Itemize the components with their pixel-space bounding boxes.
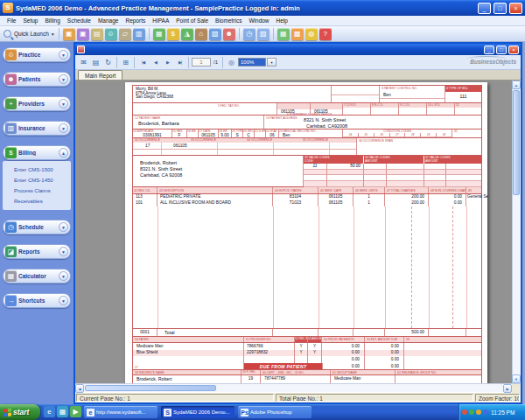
tray-icon[interactable] xyxy=(462,410,467,415)
export-button[interactable]: ✉ xyxy=(78,57,89,68)
menu-point-of-sale[interactable]: Point of Sale xyxy=(172,17,212,24)
taskbar-item-browser[interactable]: e http://www.sydasoft... xyxy=(84,406,158,418)
sidebar-item-providers[interactable]: +Providers▼ xyxy=(3,96,71,111)
refresh-button[interactable]: ↻ xyxy=(102,57,114,68)
menu-file[interactable]: File xyxy=(4,17,19,24)
vertical-scroll-thumb[interactable] xyxy=(513,90,520,195)
menu-setup[interactable]: Setup xyxy=(19,17,41,24)
minimize-button[interactable]: _ xyxy=(484,46,494,54)
last-page-button[interactable]: ▶| xyxy=(174,57,186,68)
group-tree-toggle-button[interactable]: ⊞ xyxy=(120,57,131,68)
chevron-down-icon[interactable]: ▼ xyxy=(59,247,68,256)
sidebar-item-receivables[interactable]: Receivables xyxy=(14,196,71,206)
id-card-icon[interactable]: ▤ xyxy=(91,28,103,40)
zoom-combobox[interactable]: 100% xyxy=(238,58,266,66)
menu-billing[interactable]: Billing xyxy=(41,17,63,24)
person-red-icon[interactable]: ☻ xyxy=(223,28,235,40)
lock-icon[interactable]: ◍ xyxy=(305,28,318,40)
sidebar-item-enter-cms-1450[interactable]: Enter CMS-1450 xyxy=(14,175,71,186)
ie-icon[interactable]: e xyxy=(44,406,55,417)
desktop-icon[interactable]: ▦ xyxy=(57,406,68,417)
chevron-down-icon[interactable]: ▼ xyxy=(59,271,68,281)
help-icon[interactable]: ? xyxy=(319,28,332,40)
menu-hipaa[interactable]: HIPAA xyxy=(149,17,172,24)
chevron-down-icon[interactable]: ▼ xyxy=(59,123,68,133)
folder-practice-icon[interactable]: ▣ xyxy=(63,28,75,40)
menu-window[interactable]: Window xyxy=(245,17,272,24)
sidebar-item-schedule[interactable]: ◷Schedule▼ xyxy=(3,220,71,234)
monitor-green-icon[interactable]: ▦ xyxy=(153,28,165,40)
chevron-up-icon[interactable]: ▲ xyxy=(59,148,68,158)
menu-help[interactable]: Help xyxy=(273,17,291,24)
cd-schedule-icon[interactable]: ◷ xyxy=(243,28,256,40)
media-icon[interactable]: ▶ xyxy=(70,406,81,417)
find-patient-icon[interactable]: ☺ xyxy=(105,28,117,40)
vertical-scrollbar[interactable]: ▲ ▼ xyxy=(512,80,521,383)
tray-icon[interactable] xyxy=(469,410,474,415)
bar-chart-icon[interactable]: ▦ xyxy=(277,28,290,40)
quick-launch-dropdown-icon[interactable]: ▼ xyxy=(51,32,55,37)
minimize-button[interactable]: _ xyxy=(478,3,491,14)
maximize-button[interactable]: □ xyxy=(496,46,507,54)
sidebar-item-shortcuts[interactable]: →Shortcuts▼ xyxy=(3,293,71,308)
folder-records-icon[interactable]: ▣ xyxy=(77,28,89,40)
chevron-down-icon[interactable]: ▼ xyxy=(59,50,68,60)
print-button[interactable]: ▤ xyxy=(90,57,102,68)
menu-manage[interactable]: Manage xyxy=(94,17,122,24)
taskbar-item-sydamed[interactable]: S SydaMED 2006 Demo... xyxy=(161,406,234,418)
form-row-occurrence: 32 OCCURRENCE 33 OCCURRENCE 34 OCCURRENC… xyxy=(133,138,481,156)
chevron-down-icon[interactable]: ▼ xyxy=(59,74,68,84)
previous-page-button[interactable]: ◀ xyxy=(150,57,161,68)
task-list-icon[interactable]: ▨ xyxy=(257,28,270,40)
chart-green-icon[interactable]: ◮ xyxy=(181,28,193,40)
scroll-up-icon[interactable]: ▲ xyxy=(512,80,521,89)
scroll-down-icon[interactable]: ▼ xyxy=(512,374,521,383)
app-icon: S xyxy=(3,3,13,13)
sidebar-item-process-claims[interactable]: Process Claims xyxy=(14,186,71,196)
billing-coin-icon[interactable]: $ xyxy=(167,28,179,40)
scroll-left-icon[interactable]: ◀ xyxy=(75,384,84,393)
workstation-icon[interactable]: ▥ xyxy=(133,28,145,40)
menu-reports[interactable]: Reports xyxy=(122,17,149,24)
sidebar-item-reports[interactable]: ◪Reports▼ xyxy=(3,244,71,259)
chevron-down-icon[interactable]: ▼ xyxy=(59,99,68,108)
billing-submenu: Enter CMS-1500 Enter CMS-1450 Process Cl… xyxy=(3,161,71,210)
next-page-button[interactable]: ▶ xyxy=(162,57,173,68)
sidebar-item-practice[interactable]: ☺Practice▼ xyxy=(3,47,71,62)
value-code: 11 xyxy=(304,164,326,169)
scroll-right-icon[interactable]: ▶ xyxy=(503,384,512,393)
monitor-search-icon[interactable]: ▧ xyxy=(209,28,221,40)
patients-icon: ☻ xyxy=(5,74,17,85)
sidebar-item-enter-cms-1500[interactable]: Enter CMS-1500 xyxy=(14,164,71,175)
services-header: 42 REV. CD. 43 DESCRIPTION 44 HCPCS / RA… xyxy=(133,187,481,194)
sidebar-item-insurance[interactable]: ▥Insurance▼ xyxy=(3,121,71,136)
horizontal-scroll-thumb[interactable] xyxy=(85,385,216,391)
tab-main-report[interactable]: Main Report xyxy=(78,70,122,80)
report-window-icon xyxy=(77,46,85,53)
menu-schedule[interactable]: Schedule xyxy=(64,17,94,24)
monitor-orange-icon[interactable]: ▩ xyxy=(291,28,304,40)
zoom-dropdown-icon[interactable]: ▼ xyxy=(267,58,276,66)
sidebar-item-calculator[interactable]: ▦Calculator▼ xyxy=(3,269,71,284)
horizontal-scrollbar[interactable]: ◀ ▶ xyxy=(75,383,521,392)
tray-icon[interactable] xyxy=(476,410,481,415)
maximize-button[interactable]: □ xyxy=(494,3,507,14)
menu-biometrics[interactable]: Biometrics xyxy=(212,17,245,24)
document-icon[interactable]: ▱ xyxy=(119,28,131,40)
sidebar-item-patients[interactable]: ☻Patients▼ xyxy=(3,72,71,87)
tray-icon[interactable] xyxy=(483,410,488,415)
payer-header: 50 PAYER 51 PROVIDER NO. 52 REL INFO 53 … xyxy=(133,337,481,343)
search-binoculars-icon[interactable]: ◎ xyxy=(226,57,237,68)
sidebar-item-billing[interactable]: $Billing▲ Enter CMS-1500 Enter CMS-1450 … xyxy=(3,145,71,210)
start-button[interactable]: start xyxy=(0,404,40,420)
building-icon[interactable]: ⌂ xyxy=(195,28,207,40)
taskbar-item-photoshop[interactable]: Ps Adobe Photoshop xyxy=(238,406,312,418)
chevron-down-icon[interactable]: ▼ xyxy=(59,296,68,305)
page-number-input[interactable]: 1 xyxy=(192,58,211,66)
quick-launch-bar: e ▦ ▶ xyxy=(44,406,81,417)
quick-launch-button[interactable]: Quick Launch xyxy=(14,31,49,37)
close-button[interactable]: × xyxy=(508,46,519,54)
chevron-down-icon[interactable]: ▼ xyxy=(59,222,68,232)
close-button[interactable]: × xyxy=(509,3,522,14)
first-page-button[interactable]: |◀ xyxy=(137,57,149,68)
